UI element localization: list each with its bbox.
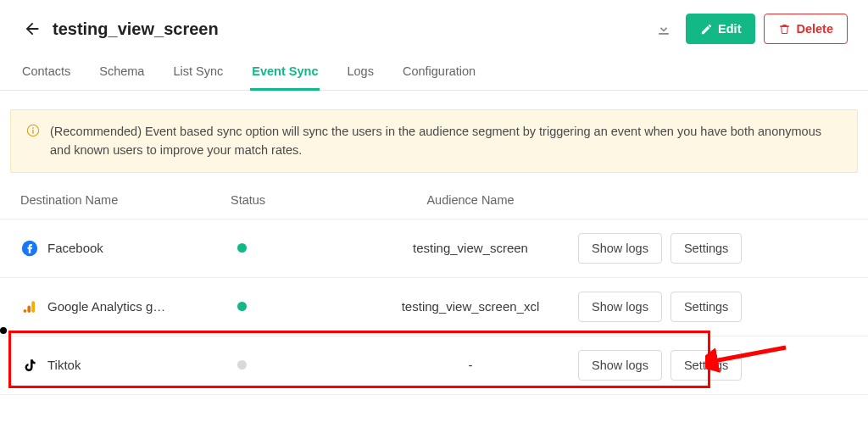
- edit-label: Edit: [718, 22, 741, 36]
- status-indicator: [237, 360, 247, 370]
- tabs: Contacts Schema List Sync Event Sync Log…: [0, 56, 868, 91]
- audience-name: -: [469, 358, 473, 372]
- svg-rect-5: [27, 305, 31, 312]
- header-status: Status: [231, 193, 373, 207]
- table-row: Tiktok - Show logs Settings: [0, 336, 868, 395]
- audience-name: testing_view_screen_xcl: [402, 299, 540, 314]
- tiktok-icon: [20, 356, 39, 375]
- status-indicator: [237, 302, 247, 311]
- audience-name: testing_view_screen: [413, 241, 528, 255]
- tab-list-sync[interactable]: List Sync: [171, 56, 225, 91]
- destination-name: Tiktok: [47, 358, 81, 372]
- destination-name: Google Analytics g…: [47, 299, 165, 314]
- download-icon: [655, 20, 672, 37]
- settings-button[interactable]: Settings: [670, 233, 742, 264]
- page-title: testing_view_screen: [53, 19, 650, 39]
- annotation-dot: [0, 327, 7, 334]
- tab-schema[interactable]: Schema: [97, 56, 146, 91]
- svg-rect-2: [32, 130, 33, 134]
- header-actions: Edit Delete: [650, 14, 848, 44]
- tab-configuration[interactable]: Configuration: [401, 56, 477, 91]
- trash-icon: [778, 23, 791, 36]
- show-logs-button[interactable]: Show logs: [578, 233, 662, 264]
- info-text: (Recommended) Event based sync option wi…: [50, 122, 842, 160]
- settings-button[interactable]: Settings: [670, 292, 742, 322]
- table-row: Facebook testing_view_screen Show logs S…: [0, 219, 868, 277]
- svg-rect-4: [31, 301, 35, 313]
- facebook-icon: [20, 239, 39, 258]
- tab-logs[interactable]: Logs: [345, 56, 375, 91]
- edit-button[interactable]: Edit: [686, 14, 755, 44]
- page-header: testing_view_screen Edit Delete: [0, 0, 868, 56]
- status-indicator: [237, 243, 247, 253]
- delete-button[interactable]: Delete: [764, 14, 848, 44]
- header-destination: Destination Name: [20, 193, 231, 207]
- svg-point-1: [32, 127, 34, 129]
- table-header: Destination Name Status Audience Name: [0, 181, 868, 219]
- download-button[interactable]: [650, 15, 677, 42]
- tab-event-sync[interactable]: Event Sync: [250, 56, 320, 91]
- edit-icon: [700, 23, 713, 36]
- delete-label: Delete: [796, 22, 833, 36]
- info-banner: (Recommended) Event based sync option wi…: [10, 109, 858, 173]
- info-icon: [26, 124, 40, 141]
- back-button[interactable]: [20, 17, 44, 41]
- show-logs-button[interactable]: Show logs: [578, 292, 662, 322]
- svg-point-6: [24, 309, 27, 313]
- destinations-table: Destination Name Status Audience Name Fa…: [0, 181, 868, 395]
- arrow-left-icon: [23, 19, 42, 38]
- destination-name: Facebook: [47, 241, 103, 255]
- google-analytics-icon: [20, 297, 39, 316]
- table-row: Google Analytics g… testing_view_screen_…: [0, 277, 868, 336]
- header-audience: Audience Name: [373, 193, 568, 207]
- show-logs-button[interactable]: Show logs: [578, 350, 662, 381]
- settings-button[interactable]: Settings: [670, 350, 742, 381]
- tab-contacts[interactable]: Contacts: [20, 56, 72, 91]
